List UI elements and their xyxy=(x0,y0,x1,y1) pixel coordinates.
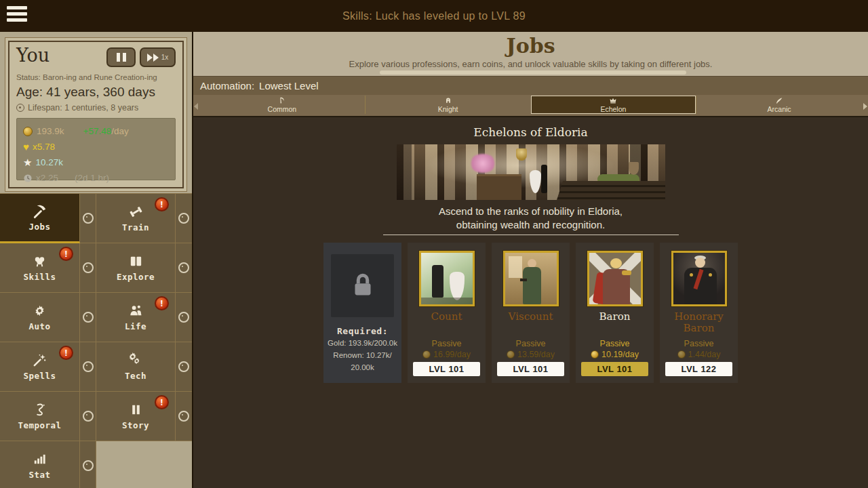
visibility-toggle-spells[interactable] xyxy=(80,342,96,392)
sidebar-item-skills[interactable]: ! Skills xyxy=(0,243,80,293)
book-icon xyxy=(128,253,144,269)
sidebar-item-temporal[interactable]: Temporal xyxy=(0,392,80,441)
helmet-icon xyxy=(443,96,453,105)
sidebar-item-life[interactable]: ! Life xyxy=(96,293,176,342)
job-title: Baron xyxy=(576,311,654,338)
sidebar-item-jobs[interactable]: Jobs xyxy=(0,194,80,243)
gears-icon xyxy=(128,352,144,368)
heart-icon: ♥ xyxy=(23,142,29,152)
page-title: Jobs xyxy=(193,32,868,56)
eye-icon xyxy=(83,312,94,323)
level-badge[interactable]: LVL 101 xyxy=(497,362,564,376)
job-card-count[interactable]: Count Passive 16.99/day LVL 101 xyxy=(408,243,486,383)
automation-bar[interactable]: Automation: Lowest Level xyxy=(193,76,868,95)
visibility-toggle-story[interactable] xyxy=(176,392,192,441)
chandelier-art xyxy=(516,148,527,161)
section-title: Echelons of Eldoria xyxy=(193,125,868,139)
eye-icon xyxy=(83,460,94,471)
gold-row: 193.9k +57.48 /day xyxy=(23,123,169,139)
visibility-toggle-life[interactable] xyxy=(176,293,192,342)
speed-label: 1x xyxy=(161,54,169,61)
sidebar-item-stat[interactable]: Stat xyxy=(0,441,80,488)
visibility-toggle-train[interactable] xyxy=(176,194,192,243)
job-title: Count xyxy=(408,311,486,338)
sidebar-item-train[interactable]: ! Train xyxy=(96,194,176,243)
notification-text: Skills: Luck has leveled up to LVL 89 xyxy=(0,0,868,32)
job-image xyxy=(671,251,727,306)
visibility-toggle-auto[interactable] xyxy=(80,293,96,342)
coin-icon xyxy=(422,350,431,359)
visibility-toggle-skills[interactable] xyxy=(80,243,96,293)
eye-icon xyxy=(178,312,189,323)
passive-value-row: 10.19/day xyxy=(576,350,654,359)
job-card-honorary-baron[interactable]: Honorary Baron Passive 1.44/day LVL 122 xyxy=(660,243,738,383)
player-title: You xyxy=(16,46,50,64)
sidebar-item-label: Skills xyxy=(23,272,56,282)
tab-label: Common xyxy=(268,105,297,113)
visibility-toggle-explore[interactable] xyxy=(176,243,192,293)
desk-art xyxy=(477,174,521,200)
pause-button[interactable] xyxy=(106,47,136,67)
speed-button[interactable]: 1x xyxy=(140,47,176,67)
time-remaining: (2d 1 hr) xyxy=(75,173,109,183)
job-title: Honorary Baron xyxy=(660,311,738,338)
gear-icon xyxy=(32,303,47,319)
description-line-1: Ascend to the ranks of nobility in Eldor… xyxy=(193,205,868,218)
fast-forward-icon xyxy=(147,54,159,62)
sidebar-item-tech[interactable]: Tech xyxy=(96,342,176,392)
job-card-locked: Required: Gold: 193.9k/200.0k Renown: 10… xyxy=(323,243,401,383)
eye-icon xyxy=(83,262,94,273)
sidebar-item-label: Story xyxy=(122,420,149,430)
level-badge[interactable]: LVL 122 xyxy=(665,362,732,376)
temporal-swirl-icon xyxy=(32,402,47,418)
required-renown-1: Renown: 10.27k/ xyxy=(323,350,401,361)
eye-icon xyxy=(178,262,189,273)
passive-value: 10.19/day xyxy=(601,350,639,359)
time-row: x2.25 (2d 1 hr) xyxy=(23,170,169,186)
top-bar: Skills: Luck has leveled up to LVL 89 xyxy=(0,0,868,32)
dumbbell-icon xyxy=(128,204,144,220)
passive-value-row: 1.44/day xyxy=(660,350,738,359)
lock-tile xyxy=(331,254,394,317)
description-line-2: obtaining wealth and recognition. xyxy=(193,218,868,232)
sidebar-item-label: Tech xyxy=(125,371,146,381)
renown-row: ★ 10.27k xyxy=(23,155,169,170)
visibility-toggle-jobs[interactable] xyxy=(80,194,96,243)
eye-icon xyxy=(83,411,94,422)
passive-value: 1.44/day xyxy=(688,350,721,359)
lock-icon xyxy=(347,270,378,301)
job-image xyxy=(503,251,559,306)
brain-icon xyxy=(32,253,47,269)
echelon-content: Echelons of Eldoria Ascend to the ranks … xyxy=(193,117,868,488)
passive-value: 16.99/day xyxy=(433,350,471,359)
gold-rate-suffix: /day xyxy=(111,126,129,136)
job-card-baron[interactable]: Baron Passive 10.19/day LVL 101 xyxy=(576,243,654,383)
player-age: Age: 41 years, 360 days xyxy=(16,85,176,100)
level-badge-active[interactable]: LVL 101 xyxy=(581,362,648,376)
tab-common[interactable]: Common xyxy=(199,96,365,114)
level-badge[interactable]: LVL 101 xyxy=(413,362,480,376)
sidebar-item-auto[interactable]: Auto xyxy=(0,293,80,342)
tab-scroll-left-icon[interactable] xyxy=(194,103,198,110)
alert-badge: ! xyxy=(59,247,73,261)
tab-scroll-right-icon[interactable] xyxy=(863,103,867,110)
visibility-toggle-temporal[interactable] xyxy=(80,392,96,441)
job-card-viscount[interactable]: Viscount Passive 13.59/day LVL 101 xyxy=(492,243,570,383)
header-scrollbar[interactable] xyxy=(380,70,686,75)
coin-icon xyxy=(507,350,515,359)
tab-knight[interactable]: Knight xyxy=(365,96,531,114)
sidebar-item-spells[interactable]: ! Spells xyxy=(0,342,80,392)
tab-arcanic[interactable]: Arcanic xyxy=(696,96,862,114)
sickle-icon xyxy=(277,96,287,105)
passive-label: Passive xyxy=(576,339,654,348)
star-icon: ★ xyxy=(23,157,32,167)
visibility-toggle-stat[interactable] xyxy=(80,441,96,488)
sidebar-item-explore[interactable]: Explore xyxy=(96,243,176,293)
family-icon xyxy=(128,303,144,319)
sidebar-item-story[interactable]: ! Story xyxy=(96,392,176,441)
sidebar-item-label: Temporal xyxy=(18,420,61,430)
lifespan-text: Lifespan: 1 centuries, 8 years xyxy=(28,103,138,113)
story-pages-icon xyxy=(128,402,144,418)
tab-echelon[interactable]: Echelon xyxy=(531,96,696,114)
visibility-toggle-tech[interactable] xyxy=(176,342,192,392)
